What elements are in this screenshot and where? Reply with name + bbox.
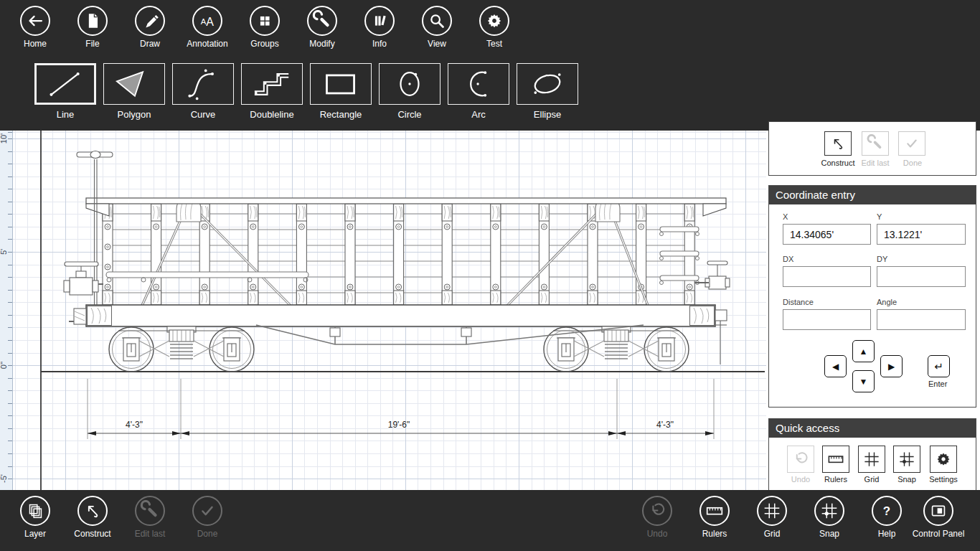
nav-annotation[interactable]: Annotation: [179, 6, 236, 49]
car-left-valve: [64, 262, 103, 295]
done-button-label: Done: [899, 159, 926, 167]
nudge-up-button[interactable]: ▲: [852, 340, 875, 362]
car-right-valve: [694, 261, 730, 289]
quick-grid-label: Grid: [854, 475, 889, 484]
bottom-app-bar: Layer Construct Edit last Done Undo Rule…: [0, 490, 980, 551]
nav-groups[interactable]: Groups: [236, 6, 293, 49]
distance-input[interactable]: [783, 309, 871, 330]
edit-last-button[interactable]: [862, 131, 889, 156]
nav-info[interactable]: Info: [351, 6, 408, 49]
ruler-ticks: [8, 131, 12, 490]
tool-polygon[interactable]: Polygon: [103, 63, 165, 120]
tool-rectangle[interactable]: Rectangle: [310, 63, 372, 120]
quick-settings-button[interactable]: [930, 446, 957, 473]
quick-rulers-button[interactable]: [822, 446, 849, 473]
dy-input[interactable]: [877, 266, 966, 287]
ruler-label-5: 5': [0, 240, 8, 264]
bottom-edit-last[interactable]: Edit last: [121, 496, 179, 539]
nav-test[interactable]: Test: [466, 6, 523, 49]
dimension-label-right: 4'-3": [656, 420, 674, 430]
curve-tool-icon: [174, 65, 232, 103]
construct-button-label: Construct: [816, 159, 859, 167]
tool-arc[interactable]: Arc: [448, 63, 509, 120]
car-truss-rods: [256, 325, 644, 344]
magnifier-icon: [426, 10, 448, 32]
flatcar-technical-drawing: 4'-3" 19'-6" 4'-3": [0, 131, 766, 490]
nav-view-label: View: [428, 39, 446, 49]
nudge-left-button[interactable]: ◀: [824, 355, 847, 377]
bottom-help[interactable]: Help: [858, 496, 915, 539]
top-app-bar: Home File Draw Annotation Groups Modify …: [0, 0, 980, 61]
left-truck: [109, 327, 254, 372]
wrench-icon: [139, 500, 161, 522]
ruler-label-minus5: -5': [0, 466, 8, 491]
quick-undo-label: Undo: [783, 475, 818, 484]
grid-icon: [862, 449, 882, 469]
drawing-canvas[interactable]: 4'-3" 19'-6" 4'-3" 10' 5' 0'' -5': [0, 131, 766, 490]
dimension-label-middle: 19'-6": [388, 420, 410, 430]
quick-settings-label: Settings: [923, 475, 963, 484]
bottom-control-panel[interactable]: Control Panel: [910, 496, 967, 539]
quick-snap-label: Snap: [890, 475, 924, 484]
drawing-tool-strip: Line Polygon Curve Doubleline Rectangle …: [0, 61, 980, 131]
dy-label: DY: [877, 255, 887, 263]
pick-icon: [82, 500, 103, 522]
tool-curve[interactable]: Curve: [172, 63, 234, 120]
ruler-label-0: 0'': [0, 353, 8, 377]
bottom-done[interactable]: Done: [179, 496, 236, 539]
quick-snap-button[interactable]: [893, 446, 920, 473]
x-input[interactable]: [783, 224, 871, 245]
gear-icon: [933, 449, 953, 469]
nav-file-label: File: [85, 39, 99, 49]
tool-line[interactable]: Line: [34, 63, 96, 120]
angle-label: Angle: [877, 298, 897, 306]
distance-label: Distance: [783, 298, 814, 306]
coordinate-entry-title: Coordinate entry: [769, 186, 976, 204]
doubleline-tool-icon: [243, 65, 301, 103]
construct-button[interactable]: [824, 131, 852, 156]
construct-panel: Construct Edit last Done: [768, 121, 976, 176]
done-button[interactable]: [898, 131, 925, 156]
control-panel-icon: [928, 500, 949, 522]
bottom-snap[interactable]: Snap: [801, 496, 858, 539]
nav-draw[interactable]: Draw: [121, 6, 179, 49]
quick-grid-button[interactable]: [858, 446, 885, 473]
ruler-icon: [826, 449, 846, 469]
line-tool-icon: [37, 65, 94, 103]
bottom-rulers[interactable]: Rulers: [686, 496, 743, 539]
quick-undo-button[interactable]: [787, 446, 814, 473]
nudge-right-button[interactable]: ▶: [880, 355, 903, 377]
nav-test-label: Test: [486, 39, 502, 49]
nav-home[interactable]: Home: [6, 6, 64, 49]
bottom-layer[interactable]: Layer: [6, 496, 64, 539]
y-input[interactable]: [877, 224, 966, 245]
nav-file[interactable]: File: [64, 6, 121, 49]
wrench-icon: [866, 134, 885, 153]
angle-input[interactable]: [877, 309, 966, 330]
vertical-ruler: 10' 5' 0'' -5': [0, 131, 13, 490]
enter-button[interactable]: ↵: [928, 355, 950, 377]
bottom-grid[interactable]: Grid: [743, 496, 801, 539]
dx-label: DX: [783, 255, 793, 263]
dx-input[interactable]: [783, 266, 871, 287]
bottom-undo[interactable]: Undo: [628, 496, 686, 539]
snap-icon: [897, 449, 917, 469]
ruler-label-10: 10': [0, 126, 8, 151]
arrow-down-icon: ▼: [859, 377, 868, 387]
tool-doubleline[interactable]: Doubleline: [241, 63, 303, 120]
tool-ellipse[interactable]: Ellipse: [517, 63, 578, 120]
check-icon: [197, 500, 218, 522]
arrow-left-icon: ◀: [832, 362, 839, 372]
nudge-down-button[interactable]: ▼: [852, 370, 875, 392]
nav-modify[interactable]: Modify: [293, 6, 351, 49]
question-mark-icon: [876, 500, 897, 522]
tool-circle[interactable]: Circle: [379, 63, 440, 120]
bottom-construct[interactable]: Construct: [64, 496, 121, 539]
nav-info-label: Info: [372, 39, 387, 49]
return-key-icon: ↵: [934, 360, 943, 373]
back-arrow-icon: [24, 10, 46, 32]
nav-view[interactable]: View: [408, 6, 466, 49]
nav-home-label: Home: [24, 39, 47, 49]
pencil-icon: [139, 10, 161, 32]
snap-icon: [819, 500, 840, 522]
